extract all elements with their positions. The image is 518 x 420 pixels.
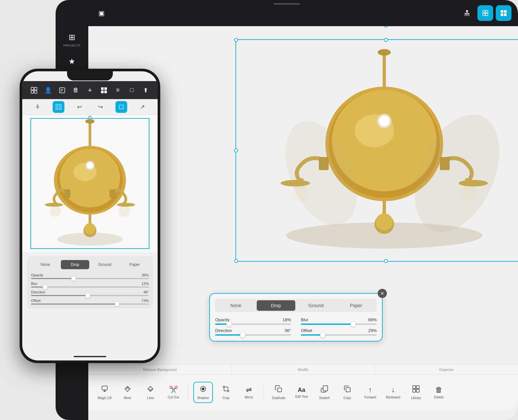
- svg-rect-52: [101, 91, 104, 93]
- svg-point-70: [87, 162, 93, 169]
- svg-rect-61: [119, 105, 123, 109]
- delete-button[interactable]: 🗑 Delete: [429, 383, 449, 402]
- iphone-opacity-slider[interactable]: [31, 278, 149, 279]
- edit-text-label: Edit Text: [295, 395, 308, 398]
- anchor-button[interactable]: [459, 5, 475, 21]
- svg-point-0: [466, 10, 468, 12]
- iphone-pinterest-icon[interactable]: P: [56, 84, 68, 96]
- bottom-toolbar: Remove Background Modify Organize Magic …: [88, 364, 518, 410]
- svg-rect-57: [56, 104, 58, 106]
- blur-value: 69%: [368, 317, 377, 322]
- crop-icon: [222, 385, 230, 395]
- section-organize: Organize: [375, 365, 518, 374]
- shadow-label: Shadow: [197, 396, 209, 400]
- svg-rect-8: [504, 10, 507, 13]
- handle-bot-left[interactable]: [234, 259, 238, 263]
- library-icon: [412, 385, 420, 395]
- library-button[interactable]: Library: [406, 382, 426, 402]
- shadow-tab-ground[interactable]: Ground: [297, 300, 336, 311]
- backward-button[interactable]: ↓ Backward: [383, 383, 403, 402]
- svg-point-35: [202, 388, 204, 390]
- duplicate-icon: [275, 385, 283, 395]
- blur-slider[interactable]: [301, 324, 377, 325]
- iphone-crop-button[interactable]: [115, 101, 127, 113]
- crop-button[interactable]: Crop: [216, 382, 236, 402]
- featured-icon: ★: [68, 57, 76, 66]
- forward-label: Forward: [364, 395, 376, 399]
- offset-thumb[interactable]: [320, 332, 325, 338]
- iphone-tab-drop[interactable]: Drop: [61, 260, 89, 269]
- iphone-grid2-icon[interactable]: [98, 84, 110, 96]
- iphone-home-indicator: [74, 356, 106, 357]
- iphone-blur-thumb[interactable]: [43, 285, 47, 289]
- handle-bot-center[interactable]: [384, 259, 388, 263]
- iphone-tab-ground[interactable]: Ground: [91, 260, 119, 269]
- sidebar-toggle-button[interactable]: ▣: [95, 7, 108, 20]
- swatch-button[interactable]: Swatch: [315, 382, 334, 402]
- iphone-export-button[interactable]: ↗: [136, 101, 148, 113]
- ipad-top-bar: ▣: [56, 0, 518, 26]
- less-button[interactable]: Less: [141, 382, 160, 402]
- magic-lift-button[interactable]: Magic Lift: [95, 382, 114, 402]
- iphone-delete-icon[interactable]: 🗑: [70, 84, 82, 96]
- iphone-opacity-thumb[interactable]: [71, 276, 76, 281]
- grid-button[interactable]: [496, 5, 511, 21]
- mirror-button[interactable]: ⇌ Mirror: [239, 383, 259, 402]
- svg-point-78: [117, 203, 135, 207]
- blur-thumb[interactable]: [351, 322, 356, 327]
- copy-button[interactable]: Copy: [337, 382, 357, 402]
- svg-point-30: [376, 213, 393, 230]
- top-right-buttons: [459, 5, 511, 21]
- svg-point-73: [50, 206, 61, 217]
- close-panel-button[interactable]: ✕: [378, 289, 387, 298]
- iphone-offset-thumb[interactable]: [115, 302, 119, 306]
- iphone-blur-value: 12%: [142, 282, 149, 286]
- iphone-offset-label: Offset: [31, 299, 41, 303]
- shadow-tab-none[interactable]: None: [216, 300, 255, 311]
- iphone-opacity-fill: [31, 278, 74, 279]
- opacity-thumb[interactable]: [226, 322, 232, 327]
- iphone-frame-icon[interactable]: □: [126, 84, 138, 96]
- forward-button[interactable]: ↑ Forward: [360, 383, 380, 402]
- iphone-notch: [67, 71, 113, 80]
- iphone-offset-value: 73%: [142, 299, 149, 303]
- shadow-button[interactable]: Shadow: [193, 382, 213, 403]
- iphone-rotate-handle[interactable]: [88, 116, 92, 119]
- iphone-grid-icon[interactable]: [28, 84, 40, 96]
- snap-button[interactable]: [477, 5, 493, 21]
- shadow-tab-drop[interactable]: Drop: [257, 300, 296, 311]
- offset-slider[interactable]: [301, 334, 377, 336]
- iphone-direction-thumb[interactable]: [85, 293, 90, 298]
- more-button[interactable]: More: [118, 382, 137, 402]
- iphone-upload-icon[interactable]: ⬆: [140, 84, 152, 96]
- iphone-undo-button[interactable]: ↩: [74, 101, 85, 113]
- rotate-handle[interactable]: [384, 26, 388, 27]
- opacity-slider[interactable]: [215, 324, 291, 325]
- iphone-redo-button[interactable]: ↪: [95, 101, 106, 113]
- handle-top-left[interactable]: [234, 38, 238, 42]
- iphone-blur-slider[interactable]: [31, 287, 149, 288]
- direction-slider[interactable]: [215, 334, 291, 336]
- sidebar-item-projects[interactable]: ⊞ PROJECTS: [63, 33, 80, 47]
- iphone-snap-button[interactable]: [53, 101, 64, 113]
- shadow-tab-paper[interactable]: Paper: [337, 300, 376, 311]
- iphone-offset-slider[interactable]: [31, 304, 149, 305]
- handle-top-center[interactable]: [384, 38, 388, 42]
- edit-text-button[interactable]: Aa Edit Text: [292, 384, 311, 401]
- svg-rect-38: [323, 386, 328, 391]
- iphone-tab-none[interactable]: None: [31, 260, 60, 269]
- chandelier-image[interactable]: [237, 43, 518, 255]
- offset-label: Offset: [301, 328, 312, 333]
- iphone-anchor-button[interactable]: [32, 101, 43, 113]
- iphone-layers-icon[interactable]: ≡: [112, 84, 124, 96]
- direction-thumb[interactable]: [240, 332, 245, 338]
- iphone-add-icon[interactable]: +: [84, 84, 96, 96]
- iphone-person-icon[interactable]: 👤: [42, 84, 54, 96]
- svg-rect-33: [102, 386, 107, 390]
- forward-icon: ↑: [369, 386, 372, 394]
- swatch-icon: [320, 385, 328, 395]
- cut-out-button[interactable]: ✂️ Cut Out: [164, 383, 183, 402]
- duplicate-button[interactable]: Duplicate: [269, 382, 288, 402]
- iphone-tab-paper[interactable]: Paper: [120, 260, 149, 269]
- iphone-direction-slider[interactable]: [31, 295, 149, 296]
